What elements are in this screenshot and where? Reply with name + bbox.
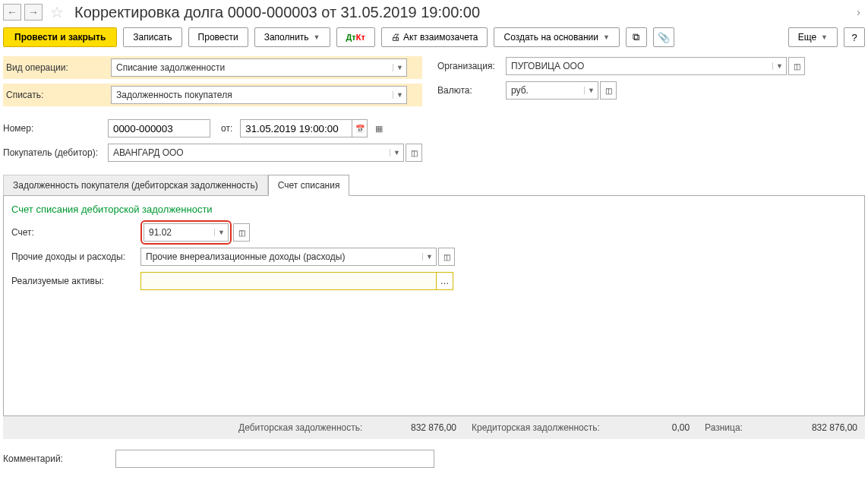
chevron-down-icon: ▼: [821, 33, 828, 41]
account-label: Счет:: [11, 227, 140, 238]
org-label: Организация:: [437, 61, 506, 71]
currency-dropdown[interactable]: руб. ▼: [506, 81, 598, 100]
chevron-down-icon[interactable]: ▼: [393, 91, 406, 99]
writeoff-label: Списать:: [6, 90, 111, 100]
debit-value: 832 876,00: [411, 422, 456, 433]
chevron-down-icon[interactable]: ▼: [422, 253, 436, 261]
forward-button[interactable]: →: [24, 4, 43, 21]
assets-ellipsis-button[interactable]: …: [437, 272, 453, 290]
writeoff-dropdown[interactable]: Задолженность покупателя ▼: [111, 86, 407, 104]
comment-input[interactable]: [115, 450, 434, 468]
writeoff-value: Задолженность покупателя: [116, 90, 393, 100]
netting-act-button[interactable]: 🖨Акт взаимозачета: [381, 27, 488, 47]
structure-button[interactable]: ⧉: [626, 27, 647, 47]
open-other-income-button[interactable]: ◫: [438, 248, 455, 266]
open-account-button[interactable]: ◫: [233, 223, 250, 242]
org-value: ПУГОВИЦА ООО: [511, 61, 772, 71]
tabs: Задолженность покупателя (дебиторская за…: [3, 175, 865, 196]
other-income-value: Прочие внереализационные доходы (расходы…: [146, 251, 422, 262]
dtk-icon: ДтКт: [346, 33, 365, 42]
debit-label: Дебиторская задолженность:: [238, 422, 362, 433]
details-icon[interactable]: ▦: [375, 124, 383, 134]
currency-value: руб.: [511, 85, 584, 96]
print-icon: 🖨: [391, 32, 400, 43]
back-button[interactable]: ←: [3, 4, 21, 21]
tab-writeoff-account[interactable]: Счет списания: [268, 175, 350, 196]
diff-value: 832 876,00: [812, 422, 857, 433]
open-currency-button[interactable]: ◫: [600, 81, 617, 100]
save-button[interactable]: Записать: [123, 27, 181, 47]
op-type-value: Списание задолженности: [116, 62, 393, 73]
assets-input[interactable]: [140, 272, 437, 290]
post-button[interactable]: Провести: [188, 27, 248, 47]
account-dropdown[interactable]: 91.02 ▼: [144, 223, 229, 242]
buyer-value: АВАНГАРД ООО: [113, 147, 390, 158]
calendar-icon[interactable]: 📅: [352, 119, 368, 137]
account-value: 91.02: [149, 227, 214, 238]
other-income-label: Прочие доходы и расходы:: [11, 251, 140, 262]
chevron-down-icon[interactable]: ▼: [390, 149, 403, 156]
credit-label: Кредиторская задолженность:: [472, 422, 600, 433]
chevron-down-icon[interactable]: ▼: [772, 62, 786, 70]
buyer-dropdown[interactable]: АВАНГАРД ООО ▼: [108, 144, 404, 162]
tab-content: Счет списания дебиторской задолженности …: [3, 196, 865, 416]
date-input[interactable]: [240, 119, 352, 137]
number-label: Номер:: [3, 123, 108, 134]
summary-footer: Дебиторская задолженность: 832 876,00 Кр…: [3, 416, 865, 439]
chevron-down-icon[interactable]: ▼: [584, 87, 598, 94]
open-buyer-button[interactable]: ◫: [406, 144, 422, 162]
help-button[interactable]: ?: [844, 27, 865, 47]
op-type-dropdown[interactable]: Списание задолженности ▼: [111, 58, 407, 77]
fill-label: Заполнить: [264, 32, 309, 43]
favorite-star-icon[interactable]: ☆: [46, 3, 68, 21]
debit-credit-button[interactable]: ДтКт: [336, 27, 375, 47]
create-based-label: Создать на основании: [503, 32, 598, 43]
currency-label: Валюта:: [437, 85, 506, 96]
open-org-button[interactable]: ◫: [788, 57, 805, 75]
paperclip-icon: 📎: [658, 32, 670, 43]
more-arrow-icon[interactable]: ›: [852, 6, 865, 18]
chevron-down-icon[interactable]: ▼: [214, 229, 228, 236]
chevron-down-icon[interactable]: ▼: [393, 64, 406, 71]
number-input[interactable]: [108, 119, 210, 137]
comment-label: Комментарий:: [3, 453, 108, 464]
chevron-down-icon: ▼: [314, 33, 320, 41]
post-and-close-button[interactable]: Провести и закрыть: [3, 27, 117, 47]
op-type-label: Вид операции:: [6, 62, 111, 73]
create-based-button[interactable]: Создать на основании▼: [494, 27, 619, 47]
more-menu-button[interactable]: Еще▼: [788, 27, 838, 47]
tab-debt[interactable]: Задолженность покупателя (дебиторская за…: [3, 175, 268, 195]
other-income-dropdown[interactable]: Прочие внереализационные доходы (расходы…: [140, 248, 437, 266]
assets-label: Реализуемые активы:: [11, 276, 140, 286]
org-dropdown[interactable]: ПУГОВИЦА ООО ▼: [506, 57, 787, 75]
diff-label: Разница:: [705, 422, 743, 433]
netting-label: Акт взаимозачета: [403, 32, 478, 43]
buyer-label: Покупатель (дебитор):: [3, 147, 108, 158]
fill-button[interactable]: Заполнить▼: [254, 27, 330, 47]
more-label: Еще: [798, 32, 816, 43]
attachments-button[interactable]: 📎: [653, 27, 674, 47]
credit-value: 0,00: [672, 422, 690, 433]
page-title: Корректировка долга 0000-000003 от 31.05…: [74, 4, 480, 21]
from-label: от:: [221, 123, 232, 134]
chevron-down-icon: ▼: [603, 33, 610, 41]
section-title: Счет списания дебиторской задолженности: [11, 204, 857, 215]
